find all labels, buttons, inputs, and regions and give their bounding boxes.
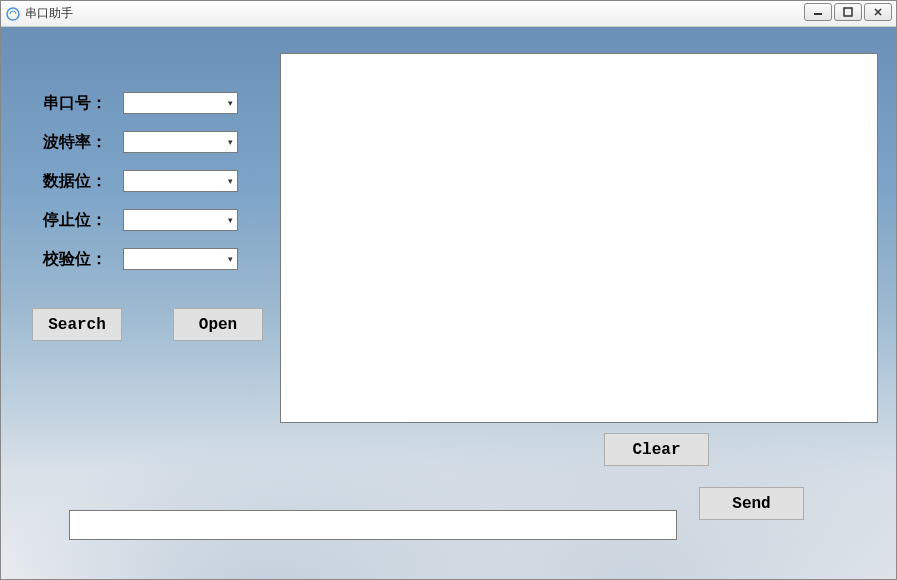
open-button[interactable]: Open [173, 308, 263, 341]
chevron-down-icon: ▾ [228, 176, 233, 186]
label-stopbits: 停止位： [43, 210, 107, 231]
window-title: 串口助手 [25, 5, 73, 22]
clear-button[interactable]: Clear [604, 433, 709, 466]
maximize-button[interactable] [834, 3, 862, 21]
combo-parity[interactable]: ▾ [123, 248, 238, 270]
chevron-down-icon: ▾ [228, 254, 233, 264]
close-button[interactable] [864, 3, 892, 21]
app-window: 串口助手 串口号： 波特率： 数据位： 停止位： 校验位： ▾ ▾ [0, 0, 897, 580]
send-button-label: Send [732, 495, 770, 513]
titlebar: 串口助手 [1, 1, 896, 27]
label-port: 串口号： [43, 93, 107, 114]
svg-point-0 [7, 8, 19, 20]
receive-textarea[interactable] [280, 53, 878, 423]
svg-rect-1 [814, 13, 822, 15]
search-button[interactable]: Search [32, 308, 122, 341]
chevron-down-icon: ▾ [228, 215, 233, 225]
chevron-down-icon: ▾ [228, 137, 233, 147]
send-button[interactable]: Send [699, 487, 804, 520]
window-controls [804, 3, 892, 21]
combo-stopbits[interactable]: ▾ [123, 209, 238, 231]
label-databits: 数据位： [43, 171, 107, 192]
label-parity: 校验位： [43, 249, 107, 270]
label-baud: 波特率： [43, 132, 107, 153]
search-button-label: Search [48, 316, 106, 334]
chevron-down-icon: ▾ [228, 98, 233, 108]
send-input[interactable] [69, 510, 677, 540]
svg-rect-2 [844, 8, 852, 16]
client-area: 串口号： 波特率： 数据位： 停止位： 校验位： ▾ ▾ ▾ ▾ ▾ Searc… [1, 27, 896, 579]
combo-baud[interactable]: ▾ [123, 131, 238, 153]
minimize-button[interactable] [804, 3, 832, 21]
combo-databits[interactable]: ▾ [123, 170, 238, 192]
combo-port[interactable]: ▾ [123, 92, 238, 114]
clear-button-label: Clear [632, 441, 680, 459]
app-icon [5, 6, 21, 22]
open-button-label: Open [199, 316, 237, 334]
